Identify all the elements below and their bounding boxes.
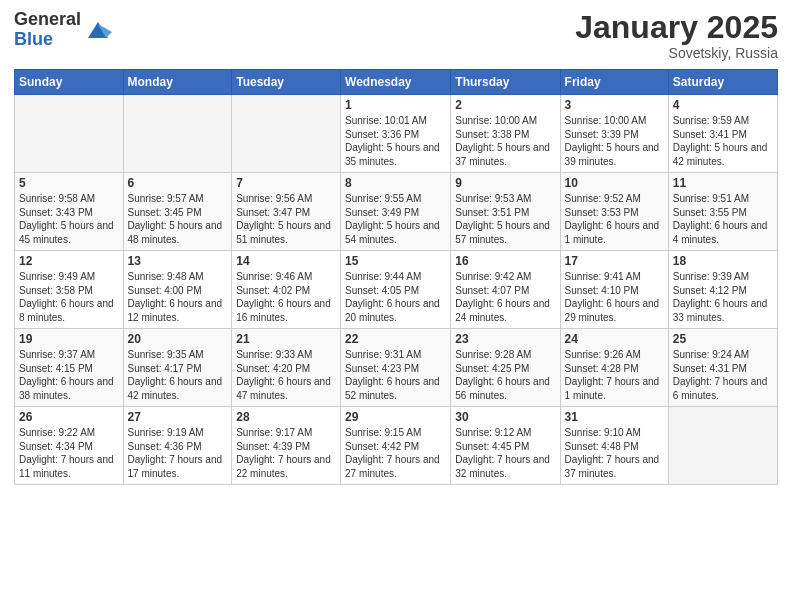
day-number: 18 [673, 254, 773, 268]
day-number: 11 [673, 176, 773, 190]
day-number: 25 [673, 332, 773, 346]
header: General Blue January 2025 Sovetskiy, Rus… [14, 10, 778, 61]
cell-content: Sunrise: 9:41 AM Sunset: 4:10 PM Dayligh… [565, 270, 664, 324]
day-number: 15 [345, 254, 446, 268]
day-number: 8 [345, 176, 446, 190]
cell-content: Sunrise: 9:46 AM Sunset: 4:02 PM Dayligh… [236, 270, 336, 324]
day-number: 13 [128, 254, 228, 268]
cell-content: Sunrise: 9:59 AM Sunset: 3:41 PM Dayligh… [673, 114, 773, 168]
cell-4-0: 26Sunrise: 9:22 AM Sunset: 4:34 PM Dayli… [15, 407, 124, 485]
cell-0-0 [15, 95, 124, 173]
cell-2-1: 13Sunrise: 9:48 AM Sunset: 4:00 PM Dayli… [123, 251, 232, 329]
cell-content: Sunrise: 9:52 AM Sunset: 3:53 PM Dayligh… [565, 192, 664, 246]
day-number: 6 [128, 176, 228, 190]
day-number: 14 [236, 254, 336, 268]
day-number: 24 [565, 332, 664, 346]
cell-content: Sunrise: 9:35 AM Sunset: 4:17 PM Dayligh… [128, 348, 228, 402]
cell-1-1: 6Sunrise: 9:57 AM Sunset: 3:45 PM Daylig… [123, 173, 232, 251]
cell-3-1: 20Sunrise: 9:35 AM Sunset: 4:17 PM Dayli… [123, 329, 232, 407]
cell-3-5: 24Sunrise: 9:26 AM Sunset: 4:28 PM Dayli… [560, 329, 668, 407]
day-number: 31 [565, 410, 664, 424]
cell-2-2: 14Sunrise: 9:46 AM Sunset: 4:02 PM Dayli… [232, 251, 341, 329]
logo-blue: Blue [14, 30, 81, 50]
cell-0-2 [232, 95, 341, 173]
cell-3-4: 23Sunrise: 9:28 AM Sunset: 4:25 PM Dayli… [451, 329, 560, 407]
cell-1-2: 7Sunrise: 9:56 AM Sunset: 3:47 PM Daylig… [232, 173, 341, 251]
cell-1-0: 5Sunrise: 9:58 AM Sunset: 3:43 PM Daylig… [15, 173, 124, 251]
week-row-1: 5Sunrise: 9:58 AM Sunset: 3:43 PM Daylig… [15, 173, 778, 251]
cell-4-5: 31Sunrise: 9:10 AM Sunset: 4:48 PM Dayli… [560, 407, 668, 485]
cell-content: Sunrise: 10:00 AM Sunset: 3:39 PM Daylig… [565, 114, 664, 168]
cell-content: Sunrise: 9:37 AM Sunset: 4:15 PM Dayligh… [19, 348, 119, 402]
cell-1-6: 11Sunrise: 9:51 AM Sunset: 3:55 PM Dayli… [668, 173, 777, 251]
day-number: 21 [236, 332, 336, 346]
logo-general: General [14, 10, 81, 30]
cell-content: Sunrise: 9:58 AM Sunset: 3:43 PM Dayligh… [19, 192, 119, 246]
col-header-friday: Friday [560, 70, 668, 95]
day-number: 27 [128, 410, 228, 424]
week-row-0: 1Sunrise: 10:01 AM Sunset: 3:36 PM Dayli… [15, 95, 778, 173]
cell-content: Sunrise: 9:49 AM Sunset: 3:58 PM Dayligh… [19, 270, 119, 324]
cell-3-0: 19Sunrise: 9:37 AM Sunset: 4:15 PM Dayli… [15, 329, 124, 407]
col-header-wednesday: Wednesday [341, 70, 451, 95]
cell-content: Sunrise: 9:31 AM Sunset: 4:23 PM Dayligh… [345, 348, 446, 402]
cell-3-2: 21Sunrise: 9:33 AM Sunset: 4:20 PM Dayli… [232, 329, 341, 407]
logo: General Blue [14, 10, 112, 50]
cell-content: Sunrise: 10:01 AM Sunset: 3:36 PM Daylig… [345, 114, 446, 168]
cell-content: Sunrise: 9:42 AM Sunset: 4:07 PM Dayligh… [455, 270, 555, 324]
day-number: 7 [236, 176, 336, 190]
cell-1-4: 9Sunrise: 9:53 AM Sunset: 3:51 PM Daylig… [451, 173, 560, 251]
logo-text: General Blue [14, 10, 81, 50]
day-number: 9 [455, 176, 555, 190]
day-number: 30 [455, 410, 555, 424]
day-number: 3 [565, 98, 664, 112]
cell-content: Sunrise: 9:19 AM Sunset: 4:36 PM Dayligh… [128, 426, 228, 480]
cell-content: Sunrise: 9:57 AM Sunset: 3:45 PM Dayligh… [128, 192, 228, 246]
cell-4-3: 29Sunrise: 9:15 AM Sunset: 4:42 PM Dayli… [341, 407, 451, 485]
cell-content: Sunrise: 9:17 AM Sunset: 4:39 PM Dayligh… [236, 426, 336, 480]
cell-content: Sunrise: 9:24 AM Sunset: 4:31 PM Dayligh… [673, 348, 773, 402]
cell-2-6: 18Sunrise: 9:39 AM Sunset: 4:12 PM Dayli… [668, 251, 777, 329]
col-header-sunday: Sunday [15, 70, 124, 95]
col-header-monday: Monday [123, 70, 232, 95]
cell-content: Sunrise: 9:10 AM Sunset: 4:48 PM Dayligh… [565, 426, 664, 480]
cell-content: Sunrise: 9:22 AM Sunset: 4:34 PM Dayligh… [19, 426, 119, 480]
cell-2-4: 16Sunrise: 9:42 AM Sunset: 4:07 PM Dayli… [451, 251, 560, 329]
day-number: 16 [455, 254, 555, 268]
cell-content: Sunrise: 10:00 AM Sunset: 3:38 PM Daylig… [455, 114, 555, 168]
day-number: 1 [345, 98, 446, 112]
day-number: 22 [345, 332, 446, 346]
day-number: 26 [19, 410, 119, 424]
day-number: 4 [673, 98, 773, 112]
col-header-tuesday: Tuesday [232, 70, 341, 95]
cell-content: Sunrise: 9:33 AM Sunset: 4:20 PM Dayligh… [236, 348, 336, 402]
cell-content: Sunrise: 9:51 AM Sunset: 3:55 PM Dayligh… [673, 192, 773, 246]
month-title: January 2025 [575, 10, 778, 45]
day-number: 12 [19, 254, 119, 268]
day-number: 10 [565, 176, 664, 190]
cell-3-6: 25Sunrise: 9:24 AM Sunset: 4:31 PM Dayli… [668, 329, 777, 407]
day-number: 23 [455, 332, 555, 346]
week-row-4: 26Sunrise: 9:22 AM Sunset: 4:34 PM Dayli… [15, 407, 778, 485]
cell-4-1: 27Sunrise: 9:19 AM Sunset: 4:36 PM Dayli… [123, 407, 232, 485]
day-number: 20 [128, 332, 228, 346]
cell-2-3: 15Sunrise: 9:44 AM Sunset: 4:05 PM Dayli… [341, 251, 451, 329]
col-header-thursday: Thursday [451, 70, 560, 95]
cell-content: Sunrise: 9:53 AM Sunset: 3:51 PM Dayligh… [455, 192, 555, 246]
week-row-2: 12Sunrise: 9:49 AM Sunset: 3:58 PM Dayli… [15, 251, 778, 329]
cell-0-4: 2Sunrise: 10:00 AM Sunset: 3:38 PM Dayli… [451, 95, 560, 173]
day-number: 17 [565, 254, 664, 268]
page: General Blue January 2025 Sovetskiy, Rus… [0, 0, 792, 612]
cell-content: Sunrise: 9:26 AM Sunset: 4:28 PM Dayligh… [565, 348, 664, 402]
day-number: 29 [345, 410, 446, 424]
cell-2-0: 12Sunrise: 9:49 AM Sunset: 3:58 PM Dayli… [15, 251, 124, 329]
cell-1-3: 8Sunrise: 9:55 AM Sunset: 3:49 PM Daylig… [341, 173, 451, 251]
cell-content: Sunrise: 9:44 AM Sunset: 4:05 PM Dayligh… [345, 270, 446, 324]
cell-content: Sunrise: 9:56 AM Sunset: 3:47 PM Dayligh… [236, 192, 336, 246]
cell-content: Sunrise: 9:48 AM Sunset: 4:00 PM Dayligh… [128, 270, 228, 324]
cell-2-5: 17Sunrise: 9:41 AM Sunset: 4:10 PM Dayli… [560, 251, 668, 329]
cell-4-6 [668, 407, 777, 485]
week-row-3: 19Sunrise: 9:37 AM Sunset: 4:15 PM Dayli… [15, 329, 778, 407]
cell-0-5: 3Sunrise: 10:00 AM Sunset: 3:39 PM Dayli… [560, 95, 668, 173]
header-row: SundayMondayTuesdayWednesdayThursdayFrid… [15, 70, 778, 95]
